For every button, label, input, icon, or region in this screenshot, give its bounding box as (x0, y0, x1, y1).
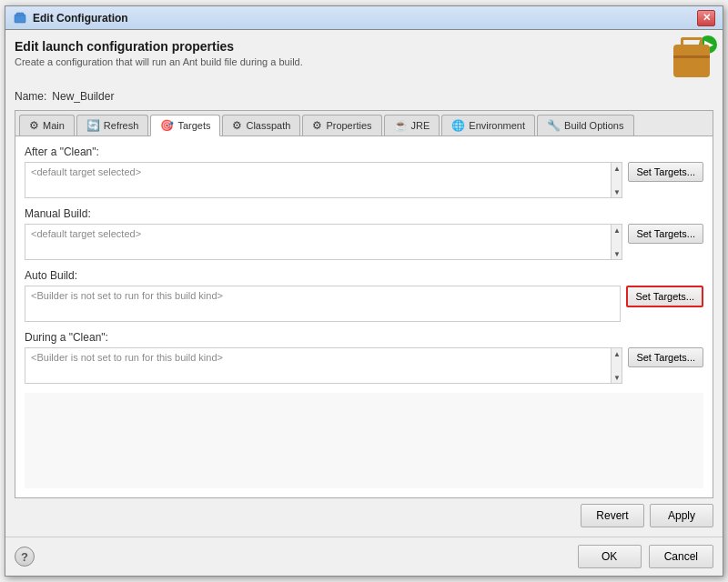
after-clean-scrollbar: ▲ ▼ (611, 163, 622, 197)
auto-build-section: Auto Build: <Builder is not set to run f… (25, 269, 703, 322)
during-scroll-down[interactable]: ▼ (612, 372, 622, 383)
tab-jre[interactable]: ☕ JRE (384, 115, 440, 135)
tab-targets[interactable]: 🎯 Targets (150, 115, 220, 136)
content-area: Edit launch configuration properties Cre… (5, 30, 723, 537)
tab-main[interactable]: ⚙ Main (19, 115, 75, 135)
scroll-up-arrow[interactable]: ▲ (612, 163, 622, 174)
during-clean-value: <Builder is not set to run for this buil… (31, 352, 616, 363)
header-text: Edit launch configuration properties Cre… (15, 39, 670, 67)
classpath-tab-icon: ⚙ (232, 119, 242, 132)
manual-scroll-up[interactable]: ▲ (612, 225, 622, 236)
edit-configuration-window: Edit Configuration ✕ Edit launch configu… (5, 5, 723, 577)
jre-tab-icon: ☕ (394, 119, 408, 132)
scroll-down-arrow[interactable]: ▼ (612, 186, 622, 197)
auto-build-value: <Builder is not set to run for this buil… (31, 290, 614, 301)
svg-rect-0 (15, 15, 25, 23)
after-clean-set-targets-button[interactable]: Set Targets... (628, 162, 703, 182)
manual-build-row: <default target selected> ▲ ▼ Set Target… (25, 224, 703, 260)
manual-build-set-targets-button[interactable]: Set Targets... (628, 224, 703, 244)
properties-tab-icon: ⚙ (312, 119, 322, 132)
manual-build-section: Manual Build: <default target selected> … (25, 207, 703, 260)
during-scroll-up[interactable]: ▲ (612, 348, 622, 359)
window-icon (13, 11, 27, 25)
main-tab-icon: ⚙ (29, 119, 39, 132)
tab-targets-label: Targets (177, 120, 210, 131)
cancel-button[interactable]: Cancel (649, 545, 713, 568)
main-panel: ⚙ Main 🔄 Refresh 🎯 Targets ⚙ Classpath ⚙ (15, 110, 713, 498)
auto-build-set-targets-button[interactable]: Set Targets... (626, 286, 703, 307)
tab-refresh[interactable]: 🔄 Refresh (76, 115, 149, 135)
bottom-bar-left: ? (15, 547, 571, 567)
manual-build-value: <default target selected> (31, 228, 616, 239)
targets-tab-icon: 🎯 (160, 119, 174, 132)
after-clean-box: <default target selected> ▲ ▼ (25, 162, 622, 198)
header-title: Edit launch configuration properties (15, 39, 670, 54)
panel-content: After a "Clean": <default target selecte… (15, 136, 713, 497)
auto-build-label: Auto Build: (25, 269, 703, 282)
tabs-row: ⚙ Main 🔄 Refresh 🎯 Targets ⚙ Classpath ⚙ (15, 111, 713, 136)
tab-environment-label: Environment (469, 120, 525, 131)
manual-build-label: Manual Build: (25, 207, 703, 220)
header-icon-area: ▶ (670, 39, 713, 83)
after-clean-section: After a "Clean": <default target selecte… (25, 146, 703, 198)
name-value: New_Builder (52, 90, 114, 103)
tab-properties[interactable]: ⚙ Properties (302, 115, 381, 135)
during-clean-box: <Builder is not set to run for this buil… (25, 347, 622, 384)
refresh-tab-icon: 🔄 (86, 119, 100, 132)
name-label: Name: (15, 90, 46, 103)
revert-apply-row: Revert Apply (15, 498, 713, 527)
close-button[interactable]: ✕ (697, 10, 715, 26)
after-clean-row: <default target selected> ▲ ▼ Set Target… (25, 162, 703, 198)
manual-scroll-down[interactable]: ▼ (612, 248, 622, 259)
manual-build-box: <default target selected> ▲ ▼ (25, 224, 622, 260)
tab-properties-label: Properties (326, 120, 371, 131)
empty-area (25, 393, 703, 488)
during-clean-row: <Builder is not set to run for this buil… (25, 347, 703, 384)
tab-jre-label: JRE (411, 120, 430, 131)
during-clean-section: During a "Clean": <Builder is not set to… (25, 331, 703, 384)
header-subtitle: Create a configuration that will run an … (15, 56, 670, 67)
during-clean-set-targets-button[interactable]: Set Targets... (628, 347, 703, 367)
ok-button[interactable]: OK (578, 545, 642, 568)
revert-button[interactable]: Revert (581, 504, 644, 527)
environment-tab-icon: 🌐 (451, 119, 465, 132)
title-bar: Edit Configuration ✕ (5, 6, 723, 30)
after-clean-value: <default target selected> (31, 166, 616, 177)
auto-build-row: <Builder is not set to run for this buil… (25, 286, 703, 322)
tab-build-options-label: Build Options (564, 120, 623, 131)
tab-environment[interactable]: 🌐 Environment (441, 115, 535, 135)
tab-refresh-label: Refresh (104, 120, 139, 131)
auto-build-box: <Builder is not set to run for this buil… (25, 286, 621, 322)
apply-button[interactable]: Apply (650, 504, 713, 527)
tab-classpath[interactable]: ⚙ Classpath (222, 115, 300, 135)
name-row: Name: New_Builder (15, 90, 713, 103)
build-options-tab-icon: 🔧 (547, 119, 561, 132)
svg-rect-1 (16, 13, 24, 15)
after-clean-label: After a "Clean": (25, 146, 703, 158)
header-section: Edit launch configuration properties Cre… (15, 39, 713, 83)
tab-build-options[interactable]: 🔧 Build Options (537, 115, 633, 135)
tab-main-label: Main (43, 120, 65, 131)
help-button[interactable]: ? (15, 547, 35, 567)
bottom-bar: ? OK Cancel (5, 537, 723, 576)
tab-classpath-label: Classpath (246, 120, 290, 131)
window-title: Edit Configuration (33, 12, 697, 25)
briefcase-icon (673, 45, 710, 77)
manual-build-scrollbar: ▲ ▼ (611, 225, 622, 259)
during-clean-label: During a "Clean": (25, 331, 703, 344)
during-clean-scrollbar: ▲ ▼ (611, 348, 622, 383)
